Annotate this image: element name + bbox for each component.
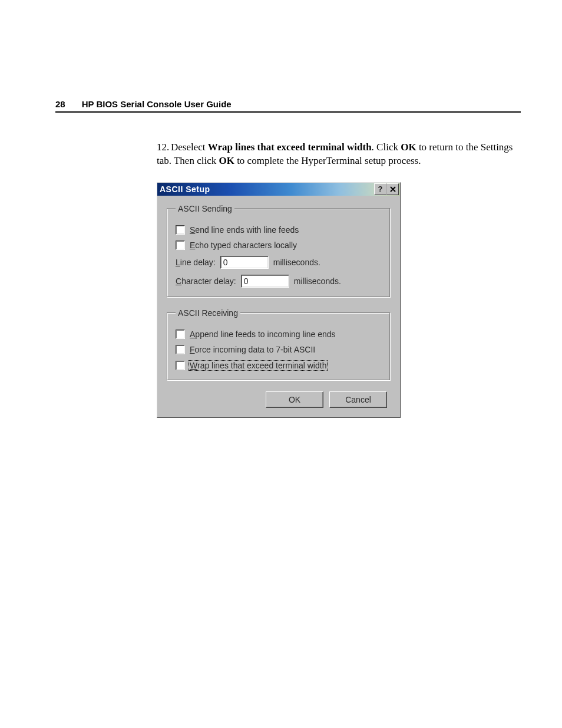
char-delay-unit: milliseconds. [294,276,341,286]
ascii-sending-legend: ASCII Sending [176,204,234,213]
step-number: 12. [157,141,171,154]
step-text: Deselect [171,141,208,153]
step-bold-1: Wrap lines that exceed terminal width [208,141,372,153]
char-delay-label: Character delay: [176,276,236,286]
append-line-feeds-label: Append line feeds to incoming line ends [190,330,336,339]
ok-button[interactable]: OK [266,391,323,408]
append-line-feeds-checkbox[interactable] [176,330,185,339]
step-bold-3: OK [219,155,234,166]
wrap-lines-checkbox[interactable] [176,361,185,370]
line-delay-label: Line delay: [176,258,216,267]
help-icon: ? [378,185,383,193]
header-title: HP BIOS Serial Console User Guide [82,99,232,109]
dialog-title: ASCII Setup [160,185,210,194]
page-number: 28 [55,99,65,109]
step-text-4: to complete the HyperTerminal setup proc… [234,155,421,166]
send-line-ends-checkbox[interactable] [176,225,185,235]
line-delay-input[interactable]: 0 [220,256,269,269]
echo-typed-checkbox[interactable] [176,241,185,250]
close-button[interactable] [386,183,399,195]
page-header: 28 HP BIOS Serial Console User Guide [55,99,521,113]
instruction-step-12: 12.Deselect Wrap lines that exceed termi… [157,141,521,168]
ascii-setup-dialog: ASCII Setup ? ASCII Sending Send line en… [157,182,401,418]
ascii-receiving-legend: ASCII Receiving [176,308,240,318]
step-text-2: . Click [372,141,401,153]
force-7bit-label: Force incoming data to 7-bit ASCII [190,345,315,354]
force-7bit-checkbox[interactable] [176,345,185,354]
char-delay-input[interactable]: 0 [241,275,289,288]
dialog-titlebar[interactable]: ASCII Setup ? [157,183,400,196]
ascii-sending-group: ASCII Sending Send line ends with line f… [167,204,391,298]
line-delay-unit: milliseconds. [273,258,320,267]
send-line-ends-label: Send line ends with line feeds [190,225,299,235]
wrap-lines-label: Wrap lines that exceed terminal width [189,360,328,371]
cancel-button[interactable]: Cancel [329,391,387,408]
help-button[interactable]: ? [374,183,386,195]
ascii-receiving-group: ASCII Receiving Append line feeds to inc… [167,308,391,381]
echo-typed-label: Echo typed characters locally [190,241,297,250]
close-icon [390,186,396,192]
step-bold-2: OK [401,141,416,153]
